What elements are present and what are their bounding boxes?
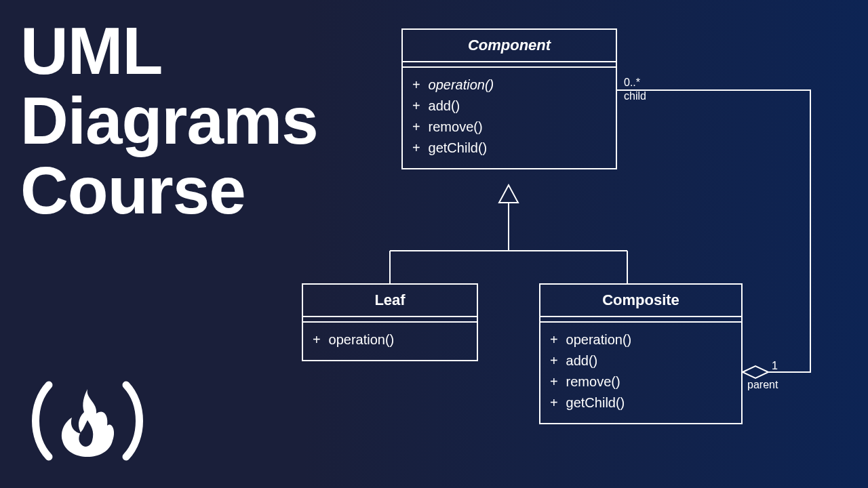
uml-op-compartment: + operation()	[303, 323, 477, 360]
uml-operation: + operation()	[550, 329, 732, 350]
role-child: child	[624, 89, 646, 102]
multiplicity-parent: 1	[772, 359, 778, 372]
uml-operation: + add()	[412, 96, 606, 117]
uml-op-compartment: + operation() + add() + remove() + getCh…	[540, 323, 741, 423]
uml-operation: + operation()	[313, 329, 467, 350]
uml-operation: + add()	[550, 350, 732, 371]
uml-class-leaf: Leaf + operation()	[302, 283, 478, 361]
uml-class-component: Component + operation() + add() + remove…	[401, 28, 617, 169]
svg-marker-5	[743, 366, 768, 378]
uml-operation: + getChild()	[550, 392, 732, 413]
uml-operation: + getChild()	[412, 138, 606, 159]
uml-attr-compartment	[403, 62, 616, 68]
uml-class-name: Composite	[540, 285, 741, 317]
uml-op-compartment: + operation() + add() + remove() + getCh…	[403, 68, 616, 168]
uml-operation: + remove()	[412, 117, 606, 138]
uml-class-name: Component	[403, 30, 616, 62]
uml-attr-compartment	[540, 317, 741, 323]
uml-attr-compartment	[303, 317, 477, 323]
uml-class-name: Leaf	[303, 285, 477, 317]
uml-operation: + operation()	[412, 75, 606, 96]
uml-class-diagram: Component + operation() + add() + remove…	[0, 0, 868, 488]
multiplicity-child: 0..*	[624, 76, 640, 89]
role-parent: parent	[747, 378, 778, 391]
svg-marker-0	[499, 185, 518, 203]
uml-class-composite: Composite + operation() + add() + remove…	[539, 283, 743, 424]
uml-operation: + remove()	[550, 371, 732, 392]
